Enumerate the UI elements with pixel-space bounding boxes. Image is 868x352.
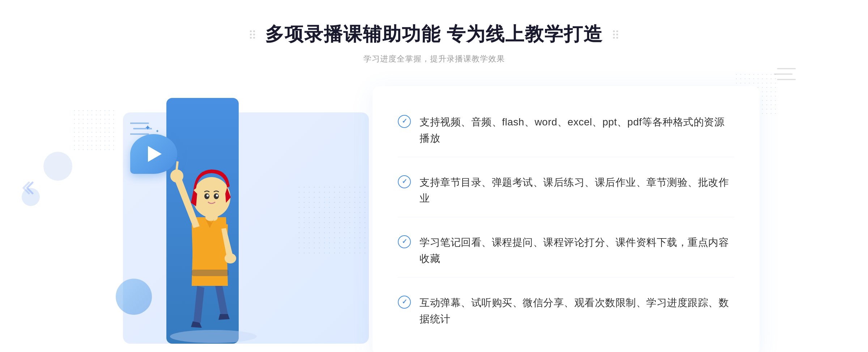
features-panel: ✓ 支持视频、音频、flash、word、excel、ppt、pdf等各种格式的… [373,86,760,352]
right-dots-decoration [774,65,796,85]
header-title-row: 多项录播课辅助功能 专为线上教学打造 [250,22,618,47]
svg-point-8 [216,194,218,197]
svg-rect-9 [192,270,229,276]
feature-text-1: 支持视频、音频、flash、word、excel、ppt、pdf等各种格式的资源… [420,114,734,147]
check-icon-2: ✓ [398,175,411,188]
feature-text-4: 互动弹幕、试听购买、微信分享、观看次数限制、学习进度跟踪、数据统计 [420,295,734,327]
circle-decoration-1 [43,152,72,181]
page-subtitle: 学习进度全掌握，提升录播课教学效果 [0,53,868,64]
page-title: 多项录播课辅助功能 专为线上教学打造 [265,22,603,47]
chevron-left-icon [22,181,40,198]
svg-point-1 [170,169,183,183]
feature-item-1: ✓ 支持视频、音频、flash、word、excel、ppt、pdf等各种格式的… [398,104,734,157]
dot-pattern [297,185,369,257]
svg-point-0 [170,330,257,343]
check-icon-3: ✓ [398,235,411,248]
main-content: ✦ ✦ [109,86,760,352]
check-icon-1: ✓ [398,115,411,128]
dots-left-icon [250,30,255,39]
feature-text-3: 学习笔记回看、课程提问、课程评论打分、课件资料下载，重点内容收藏 [420,235,734,267]
svg-point-4 [193,177,230,218]
feature-item-4: ✓ 互动弹幕、试听购买、微信分享、观看次数限制、学习进度跟踪、数据统计 [398,285,734,338]
illustration-panel: ✦ ✦ [109,98,362,344]
feature-item-3: ✓ 学习笔记回看、课程提问、课程评论打分、课件资料下载，重点内容收藏 [398,224,734,278]
character-illustration [137,127,289,344]
svg-point-2 [225,253,236,263]
header-section: 多项录播课辅助功能 专为线上教学打造 学习进度全掌握，提升录播课教学效果 [0,22,868,64]
check-icon-4: ✓ [398,296,411,309]
dots-right-icon [613,30,618,39]
svg-point-7 [207,194,209,197]
feature-text-2: 支持章节目录、弹题考试、课后练习、课后作业、章节测验、批改作业 [420,175,734,207]
feature-item-2: ✓ 支持章节目录、弹题考试、课后练习、课后作业、章节测验、批改作业 [398,164,734,218]
